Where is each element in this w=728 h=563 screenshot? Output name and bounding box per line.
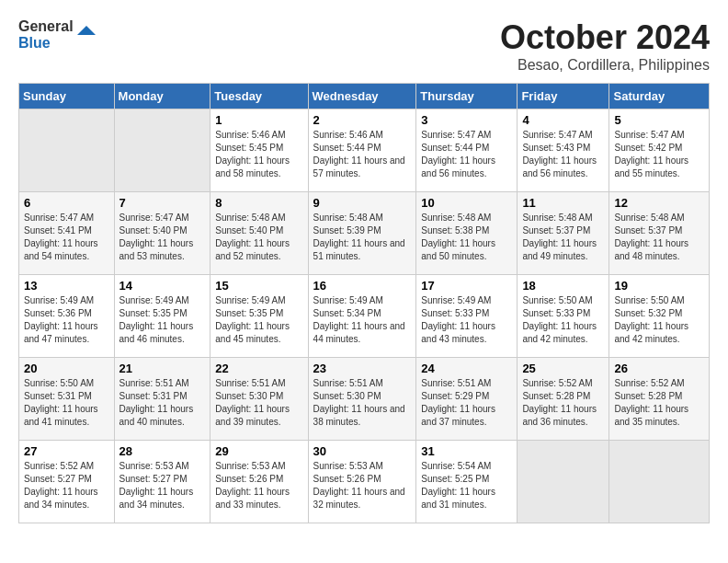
day-number: 7 (119, 196, 206, 210)
calendar-cell: 29 Sunrise: 5:53 AMSunset: 5:26 PMDaylig… (210, 441, 308, 523)
sunrise-text: Sunrise: 5:47 AMSunset: 5:42 PMDaylight:… (614, 130, 688, 178)
weekday-header: Friday (518, 84, 609, 109)
calendar-cell: 26 Sunrise: 5:52 AMSunset: 5:28 PMDaylig… (609, 358, 710, 441)
logo: General Blue (18, 18, 96, 51)
day-number: 9 (313, 196, 412, 210)
day-number: 6 (24, 196, 109, 210)
sunrise-text: Sunrise: 5:51 AMSunset: 5:30 PMDaylight:… (313, 378, 405, 427)
sunrise-text: Sunrise: 5:49 AMSunset: 5:33 PMDaylight:… (421, 295, 495, 344)
day-number: 1 (215, 113, 302, 127)
calendar-cell: 23 Sunrise: 5:51 AMSunset: 5:30 PMDaylig… (308, 358, 416, 441)
sunrise-text: Sunrise: 5:52 AMSunset: 5:28 PMDaylight:… (614, 378, 688, 427)
calendar-cell (609, 441, 710, 523)
day-number: 25 (522, 362, 604, 375)
day-number: 10 (421, 196, 512, 210)
calendar-cell: 19 Sunrise: 5:50 AMSunset: 5:32 PMDaylig… (609, 275, 710, 358)
weekday-header-row: SundayMondayTuesdayWednesdayThursdayFrid… (19, 84, 710, 109)
sunrise-text: Sunrise: 5:50 AMSunset: 5:32 PMDaylight:… (614, 295, 688, 344)
calendar-week-row: 6 Sunrise: 5:47 AMSunset: 5:41 PMDayligh… (19, 192, 710, 275)
calendar-cell: 31 Sunrise: 5:54 AMSunset: 5:25 PMDaylig… (416, 441, 518, 523)
calendar-cell: 6 Sunrise: 5:47 AMSunset: 5:41 PMDayligh… (19, 192, 115, 275)
day-number: 21 (119, 362, 206, 375)
svg-marker-0 (77, 26, 96, 35)
logo-line1: General (18, 18, 74, 34)
calendar-cell: 17 Sunrise: 5:49 AMSunset: 5:33 PMDaylig… (416, 275, 518, 358)
day-number: 3 (421, 113, 512, 127)
calendar-table: SundayMondayTuesdayWednesdayThursdayFrid… (18, 83, 710, 523)
sunrise-text: Sunrise: 5:48 AMSunset: 5:37 PMDaylight:… (522, 213, 597, 261)
sunrise-text: Sunrise: 5:48 AMSunset: 5:39 PMDaylight:… (313, 213, 405, 261)
day-number: 16 (313, 279, 412, 293)
calendar-cell: 1 Sunrise: 5:46 AMSunset: 5:45 PMDayligh… (210, 109, 308, 192)
sunrise-text: Sunrise: 5:48 AMSunset: 5:38 PMDaylight:… (421, 213, 495, 261)
sunrise-text: Sunrise: 5:47 AMSunset: 5:44 PMDaylight:… (421, 130, 495, 178)
sunrise-text: Sunrise: 5:53 AMSunset: 5:26 PMDaylight:… (313, 461, 405, 510)
sunrise-text: Sunrise: 5:54 AMSunset: 5:25 PMDaylight:… (421, 461, 495, 510)
sunrise-text: Sunrise: 5:49 AMSunset: 5:36 PMDaylight:… (24, 295, 98, 344)
sunrise-text: Sunrise: 5:46 AMSunset: 5:45 PMDaylight:… (215, 130, 290, 178)
calendar-week-row: 20 Sunrise: 5:50 AMSunset: 5:31 PMDaylig… (19, 358, 710, 441)
calendar-cell (518, 441, 609, 523)
sunrise-text: Sunrise: 5:50 AMSunset: 5:33 PMDaylight:… (522, 295, 597, 344)
day-number: 4 (522, 113, 604, 127)
sunrise-text: Sunrise: 5:49 AMSunset: 5:34 PMDaylight:… (313, 295, 405, 344)
calendar-cell: 22 Sunrise: 5:51 AMSunset: 5:30 PMDaylig… (210, 358, 308, 441)
day-number: 12 (614, 196, 704, 210)
day-number: 17 (421, 279, 512, 293)
calendar-cell: 7 Sunrise: 5:47 AMSunset: 5:40 PMDayligh… (114, 192, 210, 275)
day-number: 14 (119, 279, 206, 293)
calendar-cell: 20 Sunrise: 5:50 AMSunset: 5:31 PMDaylig… (19, 358, 115, 441)
logo-line2: Blue (18, 35, 51, 51)
location-subtitle: Besao, Cordillera, Philippines (500, 57, 710, 74)
calendar-cell: 21 Sunrise: 5:51 AMSunset: 5:31 PMDaylig… (114, 358, 210, 441)
day-number: 13 (24, 279, 109, 293)
weekday-header: Wednesday (308, 84, 416, 109)
sunrise-text: Sunrise: 5:48 AMSunset: 5:37 PMDaylight:… (614, 213, 688, 261)
title-area: October 2024 Besao, Cordillera, Philippi… (500, 18, 710, 74)
day-number: 22 (215, 362, 302, 375)
calendar-cell: 8 Sunrise: 5:48 AMSunset: 5:40 PMDayligh… (210, 192, 308, 275)
sunrise-text: Sunrise: 5:51 AMSunset: 5:31 PMDaylight:… (119, 378, 194, 427)
day-number: 26 (614, 362, 704, 375)
day-number: 2 (313, 113, 412, 127)
day-number: 18 (522, 279, 604, 293)
calendar-cell: 9 Sunrise: 5:48 AMSunset: 5:39 PMDayligh… (308, 192, 416, 275)
weekday-header: Sunday (19, 84, 115, 109)
calendar-cell: 16 Sunrise: 5:49 AMSunset: 5:34 PMDaylig… (308, 275, 416, 358)
day-number: 20 (24, 362, 109, 375)
day-number: 8 (215, 196, 302, 210)
day-number: 23 (313, 362, 412, 375)
weekday-header: Saturday (609, 84, 710, 109)
day-number: 15 (215, 279, 302, 293)
month-title: October 2024 (500, 18, 710, 57)
calendar-cell: 30 Sunrise: 5:53 AMSunset: 5:26 PMDaylig… (308, 441, 416, 523)
calendar-cell: 13 Sunrise: 5:49 AMSunset: 5:36 PMDaylig… (19, 275, 115, 358)
day-number: 5 (614, 113, 704, 127)
sunrise-text: Sunrise: 5:47 AMSunset: 5:43 PMDaylight:… (522, 130, 597, 178)
calendar-cell (19, 109, 115, 192)
calendar-cell: 4 Sunrise: 5:47 AMSunset: 5:43 PMDayligh… (518, 109, 609, 192)
sunrise-text: Sunrise: 5:47 AMSunset: 5:41 PMDaylight:… (24, 213, 98, 261)
calendar-cell: 14 Sunrise: 5:49 AMSunset: 5:35 PMDaylig… (114, 275, 210, 358)
weekday-header: Monday (114, 84, 210, 109)
page-header: General Blue October 2024 Besao, Cordill… (18, 18, 710, 74)
calendar-week-row: 1 Sunrise: 5:46 AMSunset: 5:45 PMDayligh… (19, 109, 710, 192)
sunrise-text: Sunrise: 5:51 AMSunset: 5:29 PMDaylight:… (421, 378, 495, 427)
calendar-cell: 15 Sunrise: 5:49 AMSunset: 5:35 PMDaylig… (210, 275, 308, 358)
calendar-cell: 18 Sunrise: 5:50 AMSunset: 5:33 PMDaylig… (518, 275, 609, 358)
calendar-cell: 5 Sunrise: 5:47 AMSunset: 5:42 PMDayligh… (609, 109, 710, 192)
calendar-cell: 27 Sunrise: 5:52 AMSunset: 5:27 PMDaylig… (19, 441, 115, 523)
calendar-cell: 25 Sunrise: 5:52 AMSunset: 5:28 PMDaylig… (518, 358, 609, 441)
weekday-header: Tuesday (210, 84, 308, 109)
day-number: 30 (313, 444, 412, 458)
weekday-header: Thursday (416, 84, 518, 109)
calendar-week-row: 13 Sunrise: 5:49 AMSunset: 5:36 PMDaylig… (19, 275, 710, 358)
calendar-cell: 11 Sunrise: 5:48 AMSunset: 5:37 PMDaylig… (518, 192, 609, 275)
sunrise-text: Sunrise: 5:53 AMSunset: 5:27 PMDaylight:… (119, 461, 194, 510)
sunrise-text: Sunrise: 5:52 AMSunset: 5:27 PMDaylight:… (24, 461, 98, 510)
day-number: 19 (614, 279, 704, 293)
sunrise-text: Sunrise: 5:53 AMSunset: 5:26 PMDaylight:… (215, 461, 290, 510)
sunrise-text: Sunrise: 5:48 AMSunset: 5:40 PMDaylight:… (215, 213, 290, 261)
calendar-cell: 2 Sunrise: 5:46 AMSunset: 5:44 PMDayligh… (308, 109, 416, 192)
calendar-cell (114, 109, 210, 192)
